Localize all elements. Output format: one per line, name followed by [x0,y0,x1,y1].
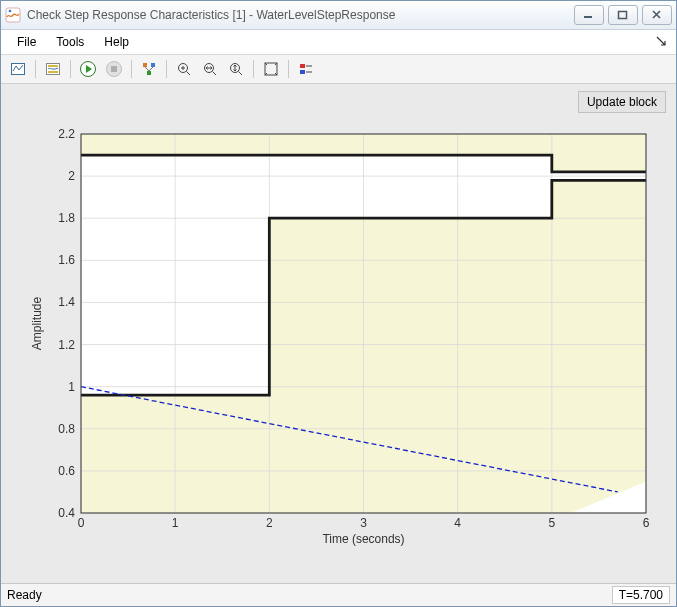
optimize-icon[interactable] [136,56,162,82]
svg-rect-11 [151,63,155,67]
minimize-button[interactable] [574,5,604,25]
toolbar [1,55,676,84]
separator [288,60,289,78]
maximize-button[interactable] [608,5,638,25]
separator [35,60,36,78]
menu-file[interactable]: File [7,33,46,51]
svg-text:0.4: 0.4 [58,506,75,520]
svg-text:0: 0 [78,516,85,530]
svg-rect-17 [300,64,305,68]
svg-text:0.8: 0.8 [58,422,75,436]
svg-text:3: 3 [360,516,367,530]
zoom-y-icon[interactable] [223,56,249,82]
fit-view-icon[interactable] [258,56,284,82]
content-area: Update block 01234560.40.60.811.21.41.61… [1,84,676,583]
svg-text:Amplitude: Amplitude [30,297,44,351]
run-button[interactable] [75,56,101,82]
svg-rect-12 [147,71,151,75]
svg-rect-10 [143,63,147,67]
bounds-icon[interactable] [40,56,66,82]
plot-container: 01234560.40.60.811.21.41.61.822.2Time (s… [21,124,656,553]
svg-point-1 [9,10,12,13]
close-button[interactable] [642,5,672,25]
svg-text:1.6: 1.6 [58,253,75,267]
svg-text:1.2: 1.2 [58,338,75,352]
svg-rect-18 [300,70,305,74]
stop-button[interactable] [101,56,127,82]
app-window: Check Step Response Characteristics [1] … [0,0,677,607]
separator [131,60,132,78]
svg-text:5: 5 [548,516,555,530]
separator [253,60,254,78]
svg-text:Time (seconds): Time (seconds) [322,532,404,546]
window-title: Check Step Response Characteristics [1] … [27,8,570,22]
zoom-in-icon[interactable] [171,56,197,82]
legend-icon[interactable] [293,56,319,82]
separator [166,60,167,78]
app-icon [5,7,21,23]
svg-rect-2 [584,16,592,18]
svg-text:1: 1 [68,380,75,394]
svg-rect-3 [619,12,627,19]
svg-text:1.8: 1.8 [58,211,75,225]
status-bar: Ready T=5.700 [1,583,676,606]
sim-time: T=5.700 [612,586,670,604]
svg-text:2.2: 2.2 [58,127,75,141]
svg-rect-9 [111,66,117,72]
dock-icon[interactable] [652,34,670,50]
menu-tools[interactable]: Tools [46,33,94,51]
menu-bar: File Tools Help [1,30,676,55]
svg-text:0.6: 0.6 [58,464,75,478]
title-bar: Check Step Response Characteristics [1] … [1,1,676,30]
svg-text:4: 4 [454,516,461,530]
svg-text:6: 6 [643,516,650,530]
separator [70,60,71,78]
scope-icon[interactable] [5,56,31,82]
svg-text:1.4: 1.4 [58,295,75,309]
svg-text:2: 2 [68,169,75,183]
zoom-x-icon[interactable] [197,56,223,82]
update-block-button[interactable]: Update block [578,91,666,113]
svg-text:2: 2 [266,516,273,530]
svg-text:1: 1 [172,516,179,530]
step-response-plot[interactable]: 01234560.40.60.811.21.41.61.822.2Time (s… [21,124,656,553]
menu-help[interactable]: Help [94,33,139,51]
status-text: Ready [7,588,612,602]
